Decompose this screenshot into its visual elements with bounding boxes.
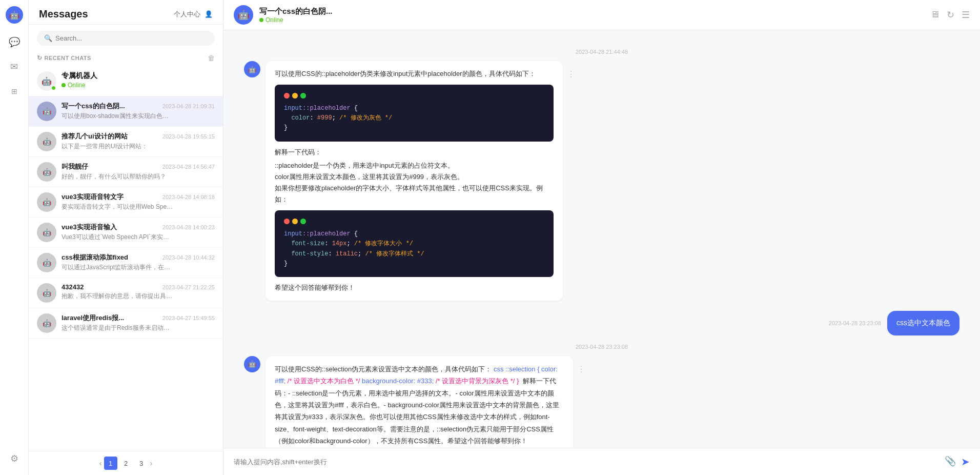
chat-name-row: 叫我靓仔 2023-04-28 14:56:47	[62, 162, 215, 171]
user-icon[interactable]: 👤	[205, 10, 213, 18]
search-bar: 🔍	[37, 31, 215, 46]
chat-content: 推荐几个ui设计的网站 2023-04-28 19:55:15 以下是一些常用的…	[62, 132, 215, 151]
online-status: Online	[62, 82, 215, 89]
message-bubble: 可以使用CSS的::placeholder伪类来修改input元素中placeh…	[266, 61, 563, 301]
message-more-button-2[interactable]: ⋮	[577, 362, 585, 376]
message-text-3: ::placeholder是一个伪类，用来选中input元素的占位符文本。 co…	[275, 160, 554, 205]
chat-preview: 这个错误通常是由于Redis服务未启动或配置...	[62, 324, 174, 332]
message-row-2: 🤖 可以使用CSS的::selection伪元素来设置选中文本的颜色，具体代码如…	[244, 356, 959, 448]
list-item[interactable]: 🤖 vue3实现语音输入 2023-04-28 14:00:23 Vue3可以通…	[29, 217, 223, 248]
sidebar: Messages 个人中心 👤 🔍 ↻ RECENT CHATS 🗑 🤖 专属机…	[29, 0, 223, 475]
list-item[interactable]: 🤖 推荐几个ui设计的网站 2023-04-28 19:55:15 以下是一些常…	[29, 127, 223, 157]
sidebar-header-right: 个人中心 👤	[174, 10, 213, 19]
chat-name: 写一个css的白色阴...	[62, 102, 125, 111]
delete-icon[interactable]: 🗑	[208, 54, 215, 62]
sidebar-title: Messages	[39, 8, 88, 20]
list-item[interactable]: 🤖 laravel使用redis报... 2023-04-27 15:49:55…	[29, 308, 223, 339]
chat-time: 2023-04-28 14:08:18	[162, 194, 215, 200]
user-message-row: 2023-04-28 23:23:08 css选中文本颜色	[244, 311, 959, 335]
bot-avatar-icon: 🤖	[238, 9, 249, 21]
list-item[interactable]: 🤖 写一个css的白色阴... 2023-04-28 21:09:31 可以使用…	[29, 96, 223, 127]
avatar: 🤖	[37, 132, 56, 151]
chat-preview: 抱歉，我不理解你的意思，请你提出具体的问...	[62, 292, 174, 301]
chat-name-row: 专属机器人	[62, 71, 215, 81]
chat-preview: Vue3可以通过`Web Speech API`来实现语音...	[62, 233, 174, 242]
dot-yellow-2	[292, 219, 298, 224]
bot-icon: 🤖	[43, 319, 51, 327]
prev-page-button[interactable]: ‹	[99, 459, 102, 467]
online-circle	[62, 83, 66, 87]
chat-header-status: Online	[259, 16, 333, 24]
chat-name: 叫我靓仔	[62, 162, 88, 171]
bot-message-avatar: 🤖	[244, 61, 260, 77]
chat-name-row: laravel使用redis报... 2023-04-27 15:49:55	[62, 313, 215, 323]
chat-header-name: 写一个css的白色阴...	[259, 7, 333, 16]
status-text: Online	[266, 16, 283, 24]
message-text-msg2: 可以使用CSS的::selection伪元素来设置选中文本的颜色，具体代码如下：…	[275, 363, 564, 447]
search-input[interactable]	[55, 34, 208, 42]
dot-green	[300, 93, 306, 98]
list-item[interactable]: 🤖 432432 2023-04-27 21:22:25 抱歉，我不理解你的意思…	[29, 278, 223, 308]
list-item[interactable]: 🤖 css根据滚动添加fixed 2023-04-28 10:44:32 可以通…	[29, 248, 223, 278]
chat-name-row: 432432 2023-04-27 21:22:25	[62, 283, 215, 291]
chat-header-avatar: 🤖	[234, 5, 253, 25]
list-item[interactable]: 🤖 叫我靓仔 2023-04-28 14:56:47 好的，靓仔，有什么可以帮助…	[29, 157, 223, 187]
send-button[interactable]: ➤	[961, 456, 970, 468]
next-page-button[interactable]: ›	[150, 459, 153, 467]
chat-content: laravel使用redis报... 2023-04-27 15:49:55 这…	[62, 313, 215, 332]
attachment-icon[interactable]: 📎	[945, 456, 956, 468]
message-text-1: 可以使用CSS的::placeholder伪类来修改input元素中placeh…	[275, 68, 554, 80]
code-block-dots-2	[284, 219, 544, 224]
chat-content: 写一个css的白色阴... 2023-04-28 21:09:31 可以使用bo…	[62, 102, 215, 121]
input-area: 📎 ➤	[223, 448, 980, 475]
refresh-header-icon[interactable]: ↻	[947, 9, 954, 21]
avatar: 🤖	[37, 223, 56, 242]
monitor-icon[interactable]: 🖥	[930, 9, 940, 21]
chat-time: 2023-04-27 21:22:25	[162, 284, 215, 290]
nav-apps[interactable]: ⊞	[4, 81, 25, 102]
chat-content: 432432 2023-04-27 21:22:25 抱歉，我不理解你的意思，请…	[62, 283, 215, 301]
menu-icon[interactable]: ☰	[962, 9, 970, 21]
chat-content: vue3实现语音输入 2023-04-28 14:00:23 Vue3可以通过`…	[62, 223, 215, 242]
code-block-1: input::placeholder { color: #999; /* 修改为…	[275, 85, 554, 142]
profile-label[interactable]: 个人中心	[174, 10, 200, 19]
icon-bar: 🤖 💬 ✉ ⊞ ⚙	[0, 0, 29, 475]
message-input[interactable]	[234, 458, 938, 466]
chat-content: 叫我靓仔 2023-04-28 14:56:47 好的，靓仔，有什么可以帮助你的…	[62, 162, 215, 181]
message-row: 🤖 可以使用CSS的::placeholder伪类来修改input元素中plac…	[244, 61, 959, 301]
message-timestamp-1: 2023-04-28 21:44:48	[244, 49, 959, 55]
list-item[interactable]: 🤖 专属机器人 Online	[29, 66, 223, 96]
message-more-button[interactable]: ⋮	[567, 67, 575, 81]
page-3-button[interactable]: 3	[135, 457, 148, 470]
dot-red	[284, 93, 290, 98]
chat-name-row: 写一个css的白色阴... 2023-04-28 21:09:31	[62, 102, 215, 111]
page-2-button[interactable]: 2	[119, 457, 133, 470]
chat-preview: 以下是一些常用的UI设计网站：	[62, 142, 174, 151]
refresh-icon: ↻	[37, 54, 43, 62]
bot-icon: 🤖	[43, 168, 51, 176]
avatar: 🤖	[37, 71, 56, 91]
bot-icon: 🤖	[43, 198, 51, 206]
list-item[interactable]: 🤖 vue3实现语音转文字 2023-04-28 14:08:18 要实现语音转…	[29, 187, 223, 217]
code-block-dots	[284, 93, 544, 98]
dot-yellow	[292, 93, 298, 98]
sidebar-header: Messages 个人中心 👤	[29, 0, 223, 25]
bot-icon: 🤖	[42, 76, 52, 86]
grid-icon: ⊞	[11, 87, 17, 95]
bot-icon: 🤖	[43, 259, 51, 267]
chat-preview: 要实现语音转文字，可以使用Web Speech API...	[62, 203, 174, 211]
chat-time: 2023-04-28 19:55:15	[162, 133, 215, 140]
code-content-2: input::placeholder { font-size: 14px; /*…	[284, 229, 544, 269]
chat-time: 2023-04-28 14:00:23	[162, 224, 215, 230]
user-timestamp: 2023-04-28 23:23:08	[829, 320, 881, 326]
chat-name-row: vue3实现语音转文字 2023-04-28 14:08:18	[62, 192, 215, 202]
nav-mail[interactable]: ✉	[4, 56, 25, 77]
nav-settings[interactable]: ⚙	[4, 448, 25, 469]
nav-chat[interactable]: 💬	[4, 32, 25, 52]
page-1-button[interactable]: 1	[104, 457, 117, 470]
app-logo[interactable]: 🤖	[6, 6, 23, 24]
avatar: 🤖	[37, 192, 56, 212]
dot-red-2	[284, 219, 290, 224]
recent-chats-label: ↻ RECENT CHATS	[37, 54, 91, 62]
avatar: 🤖	[37, 253, 56, 272]
